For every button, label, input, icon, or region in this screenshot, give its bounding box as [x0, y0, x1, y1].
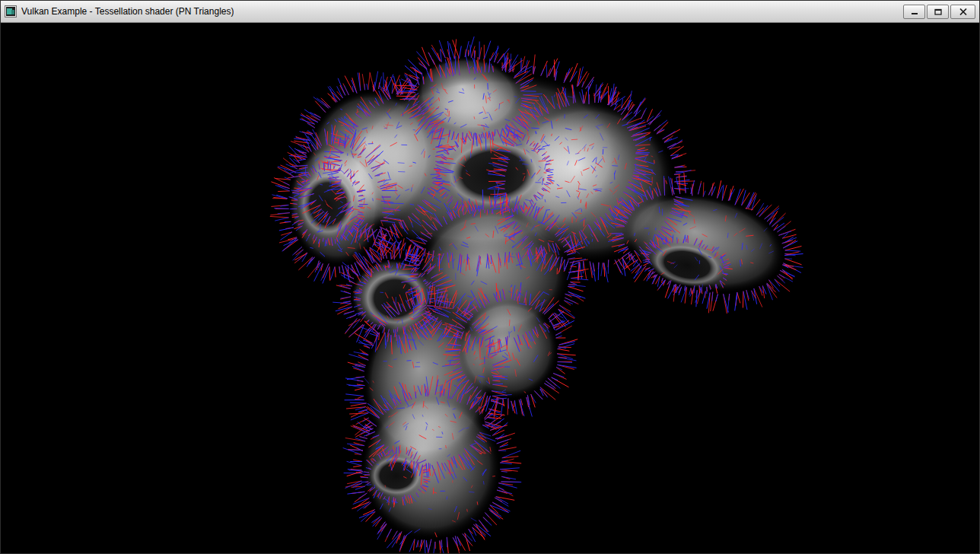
minimize-button[interactable] — [903, 5, 925, 19]
window-controls — [903, 5, 975, 19]
render-canvas[interactable] — [1, 23, 979, 553]
render-viewport[interactable] — [1, 23, 979, 553]
app-window: Vulkan Example - Tessellation shader (PN… — [0, 0, 980, 554]
maximize-button[interactable] — [927, 5, 949, 19]
app-icon[interactable] — [5, 5, 17, 18]
vulkan-app-icon — [5, 5, 17, 18]
window-title: Vulkan Example - Tessellation shader (PN… — [21, 6, 234, 17]
maximize-icon — [934, 8, 942, 15]
titlebar[interactable]: Vulkan Example - Tessellation shader (PN… — [1, 1, 979, 23]
close-button[interactable] — [950, 5, 975, 19]
minimize-icon — [911, 8, 918, 15]
close-icon — [959, 8, 967, 15]
